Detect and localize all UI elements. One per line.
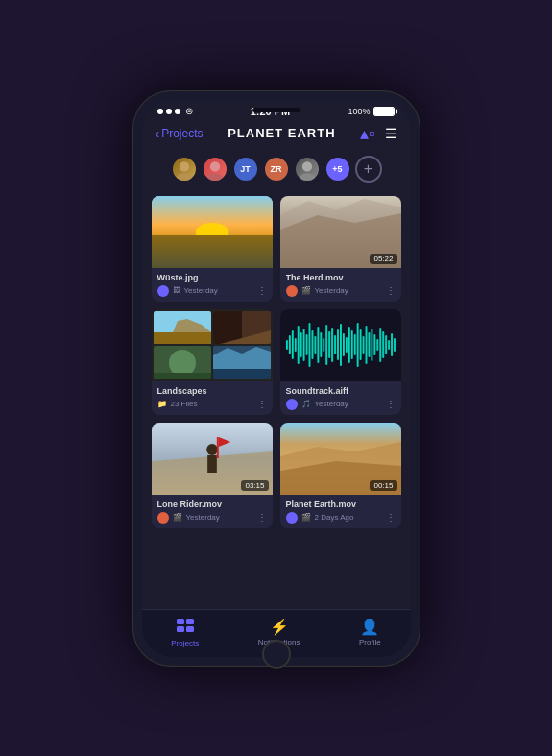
svg-rect-27 (291, 330, 293, 359)
more-button-soundtrack[interactable]: ⋮ (386, 399, 396, 409)
wifi-icon: ⊜ (185, 106, 193, 116)
folder-icon: 📁 (157, 400, 167, 408)
svg-rect-34 (311, 330, 313, 359)
svg-rect-73 (177, 619, 184, 624)
meta-time-soundtrack: Yesterday (315, 400, 382, 408)
svg-rect-62 (391, 333, 393, 356)
svg-rect-75 (177, 626, 184, 632)
svg-point-5 (299, 173, 315, 183)
meta-time-herd: Yesterday (315, 286, 382, 295)
svg-rect-68 (216, 437, 218, 458)
meta-type-icon-soundtrack: 🎵 (301, 400, 311, 408)
more-button-planetearth[interactable]: ⋮ (386, 512, 396, 523)
svg-point-3 (206, 173, 223, 183)
file-name-herd: The Herd.mov (286, 273, 396, 282)
menu-icon[interactable]: ☰ (385, 126, 397, 141)
svg-rect-54 (368, 332, 370, 357)
more-button-lonerider[interactable]: ⋮ (257, 512, 267, 523)
svg-rect-56 (373, 334, 375, 355)
svg-rect-58 (379, 328, 381, 362)
meta-type-icon-herd: 🎬 (301, 286, 311, 295)
notifications-icon: ⚡ (270, 618, 289, 636)
back-chevron-icon: ‹ (156, 126, 160, 141)
svg-rect-38 (323, 338, 324, 352)
profile-icon: 👤 (360, 618, 379, 636)
profile-label: Profile (359, 638, 381, 646)
svg-rect-35 (314, 336, 316, 354)
file-item-lonerider[interactable]: 03:15 Lone Rider.mov 🎬 Yesterday ⋮ (152, 423, 273, 528)
add-member-button[interactable]: + (355, 156, 382, 183)
svg-point-1 (176, 173, 192, 183)
file-item-planetearth[interactable]: 00:15 Planet Earth.mov 🎬 2 Days Ago ⋮ (280, 423, 401, 528)
svg-rect-36 (317, 327, 319, 363)
folder-sub4 (213, 346, 271, 379)
file-item-landscapes[interactable]: Landscapes 📁 23 Files ⋮ (152, 309, 273, 415)
svg-rect-42 (334, 335, 336, 354)
files-grid-scroll[interactable]: Wüste.jpg 🖼 Yesterday ⋮ (142, 190, 411, 609)
phone-frame: ⊜ 1:20 PM 100% ‹ Projects PLANET EARTH ▴… (132, 90, 420, 667)
file-item-herd[interactable]: 05:22 The Herd.mov 🎬 Yesterday ⋮ (280, 196, 401, 302)
svg-rect-76 (186, 626, 194, 632)
svg-rect-47 (348, 327, 349, 363)
folder-sub3 (154, 346, 211, 379)
meta-time-planetearth: 2 Days Ago (315, 513, 382, 522)
nav-profile[interactable]: 👤 Profile (359, 618, 381, 646)
svg-point-4 (301, 161, 311, 171)
back-button[interactable]: ‹ Projects (156, 126, 204, 141)
svg-point-66 (206, 444, 218, 455)
svg-rect-28 (294, 338, 296, 352)
thumbnail-herd: 05:22 (280, 196, 401, 268)
svg-rect-45 (342, 333, 344, 356)
svg-rect-49 (353, 334, 355, 355)
svg-rect-53 (365, 326, 367, 364)
svg-rect-40 (328, 331, 330, 358)
svg-rect-46 (345, 337, 347, 353)
signal-dot-1 (157, 109, 163, 114)
meta-type-icon-lonerider: 🎬 (173, 513, 182, 522)
svg-rect-51 (359, 329, 361, 360)
file-name-planetearth: Planet Earth.mov (286, 500, 396, 509)
upload-icon[interactable]: ▴▫ (360, 123, 374, 144)
avatar-more[interactable]: +5 (324, 156, 351, 183)
svg-rect-60 (385, 335, 387, 354)
svg-rect-25 (285, 340, 287, 350)
avatar-2[interactable] (202, 156, 228, 183)
svg-rect-48 (350, 330, 352, 359)
signal-dot-3 (175, 109, 180, 114)
waveform-visualization (284, 321, 397, 369)
svg-rect-21 (154, 373, 211, 379)
meta-type-icon-wuste: 🖼 (173, 286, 180, 295)
avatar-4[interactable]: ZR (263, 156, 290, 183)
file-meta-herd: 🎬 Yesterday ⋮ (286, 285, 396, 297)
battery-percent: 100% (348, 107, 370, 116)
more-button-wuste[interactable]: ⋮ (257, 285, 267, 296)
video-duration-planetearth: 00:15 (370, 480, 396, 491)
svg-rect-55 (371, 329, 372, 361)
more-button-herd[interactable]: ⋮ (386, 285, 396, 296)
signal-dot-2 (166, 109, 172, 114)
phone-screen: ⊜ 1:20 PM 100% ‹ Projects PLANET EARTH ▴… (142, 100, 411, 657)
file-meta-planetearth: 🎬 2 Days Ago ⋮ (286, 512, 396, 524)
svg-rect-29 (297, 326, 299, 364)
svg-point-0 (179, 161, 188, 171)
svg-rect-39 (325, 325, 327, 365)
battery-bar (373, 107, 395, 116)
file-meta-soundtrack: 🎵 Yesterday ⋮ (286, 399, 396, 410)
svg-rect-33 (308, 323, 310, 367)
video-duration-lonerider: 03:15 (241, 480, 268, 491)
avatar-1[interactable] (171, 156, 198, 183)
thumbnail-landscapes (152, 309, 273, 381)
svg-rect-8 (152, 242, 273, 268)
avatar-5[interactable] (294, 156, 321, 183)
file-item-wuste[interactable]: Wüste.jpg 🖼 Yesterday ⋮ (152, 196, 273, 302)
svg-rect-14 (154, 332, 211, 345)
more-button-landscapes[interactable]: ⋮ (257, 399, 267, 409)
svg-rect-52 (362, 336, 364, 354)
svg-rect-43 (337, 329, 339, 360)
meta-time-lonerider: Yesterday (186, 513, 253, 522)
page-title: PLANET EARTH (228, 126, 335, 140)
file-item-soundtrack[interactable]: Soundtrack.aiff 🎵 Yesterday ⋮ (280, 309, 401, 415)
avatar-3[interactable]: JT (232, 156, 259, 183)
svg-rect-37 (320, 332, 322, 357)
nav-projects[interactable]: Projects (171, 618, 199, 647)
